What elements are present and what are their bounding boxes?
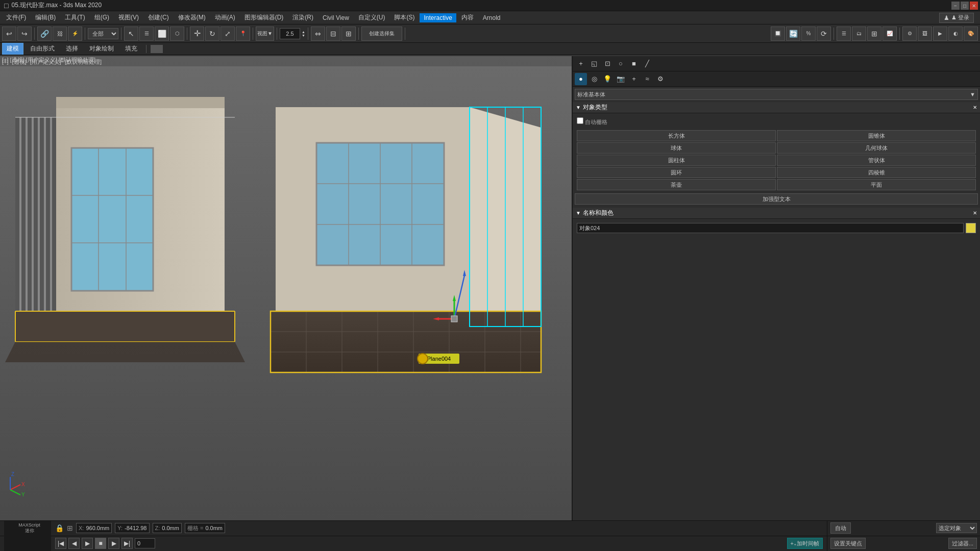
scene-explorer-button[interactable]: 🗂 — [852, 27, 866, 41]
frame-number-field[interactable]: 0 — [135, 538, 155, 548]
named-sel-button[interactable]: ☰ — [837, 27, 851, 41]
stop-button[interactable]: ■ — [95, 538, 106, 549]
name-section-close-icon[interactable]: ✕ — [973, 210, 977, 216]
percent-snap-button[interactable]: % — [801, 27, 816, 41]
y-coord-field[interactable]: Y: -8412.98 — [115, 523, 149, 533]
selection-filter-dropdown[interactable]: 全部 — [88, 28, 118, 39]
set-keyframe-button[interactable]: 设置关键点 — [830, 538, 866, 549]
close-button[interactable]: ✕ — [970, 2, 978, 10]
auto-key-button[interactable]: 自动 — [830, 522, 851, 534]
menu-arnold[interactable]: Arnold — [479, 13, 505, 22]
menu-script[interactable]: 脚本(S) — [390, 12, 419, 23]
menu-file[interactable]: 文件(F) — [2, 12, 30, 23]
panel-icon-lamp[interactable]: 💡 — [601, 73, 614, 85]
mode-modeling[interactable]: 建模 — [2, 43, 23, 55]
menu-create[interactable]: 创建(C) — [144, 12, 173, 23]
menu-interactive[interactable]: Interactive — [420, 13, 456, 22]
object-type-header[interactable]: ▼ 对象类型 ✕ — [573, 102, 980, 113]
active-shade-button[interactable]: ◐ — [948, 27, 963, 41]
render-last-button[interactable]: ▶ — [933, 27, 947, 41]
snap-toggle-button[interactable]: 🔲 — [771, 27, 785, 41]
ref-coord-dropdown[interactable]: 视图▼ — [256, 27, 274, 41]
panel-icon-sphere-filled[interactable]: ● — [575, 73, 587, 85]
go-start-button[interactable]: |◀ — [55, 538, 66, 549]
render-setup-button[interactable]: ⚙ — [902, 27, 917, 41]
set-key-dropdown[interactable]: 选定对象 — [936, 523, 977, 533]
x-coord-field[interactable]: X: 960.0mm — [76, 523, 112, 533]
curve-editor-button[interactable]: 📈 — [883, 27, 897, 41]
geosphere-button[interactable]: 几何球体 — [777, 142, 976, 154]
panel-icon-line[interactable]: ╱ — [641, 58, 653, 70]
prev-frame-button[interactable]: ◀ — [68, 538, 80, 549]
object-name-input[interactable] — [577, 223, 964, 233]
cylinder-button[interactable]: 圆柱体 — [577, 155, 776, 166]
menu-tools[interactable]: 工具(T) — [61, 12, 89, 23]
material-editor-button[interactable]: 🎨 — [964, 27, 978, 41]
textplus-button[interactable]: 加强型文本 — [575, 193, 978, 205]
mode-freeform[interactable]: 自由形式 — [26, 43, 59, 55]
rotate-button[interactable]: ↻ — [205, 27, 219, 41]
mirror-button[interactable]: ⇔ — [311, 27, 325, 41]
main-viewport[interactable]: Plane004 X Y Z [+] [透视] [用户定义义] [默认明暗处理] — [0, 56, 572, 520]
name-color-header[interactable]: ▼ 名称和颜色 ✕ — [573, 208, 980, 219]
torus-button[interactable]: 圆环 — [577, 167, 776, 178]
lasso-select-button[interactable]: ⬡ — [170, 27, 184, 41]
link-button[interactable]: 🔗 — [37, 27, 52, 41]
percent-spinner[interactable]: ▲ ▼ — [302, 30, 305, 37]
play-button[interactable]: ▶ — [82, 538, 93, 549]
panel-icon-mesh[interactable]: ⊡ — [601, 58, 614, 70]
next-frame-button[interactable]: ▶ — [108, 538, 119, 549]
place-button[interactable]: 📍 — [236, 27, 250, 41]
menu-content[interactable]: 内容 — [457, 12, 478, 23]
menu-graph-editor[interactable]: 图形编辑器(D) — [240, 12, 288, 23]
layer-manager-button[interactable]: ⊞ — [867, 27, 881, 41]
panel-icon-spacewarp[interactable]: ≈ — [641, 73, 653, 85]
panel-icon-circle[interactable]: ○ — [615, 58, 627, 70]
grid-snap-icon[interactable]: ⊞ — [67, 524, 73, 532]
redo-button[interactable]: ↪ — [17, 27, 32, 41]
panel-icon-rect[interactable]: ■ — [628, 58, 640, 70]
mode-paint[interactable]: 对象绘制 — [85, 43, 118, 55]
filter-button[interactable]: 过滤器... — [948, 538, 977, 549]
undo-button[interactable]: ↩ — [2, 27, 16, 41]
pyramid-button[interactable]: 四棱锥 — [777, 167, 976, 178]
bind-spacewarp-button[interactable]: ⚡ — [68, 27, 82, 41]
rect-select-button[interactable]: ⬜ — [155, 27, 169, 41]
menu-modifier[interactable]: 修改器(M) — [174, 12, 210, 23]
select-button[interactable]: ↖ — [124, 27, 138, 41]
mode-selection[interactable]: 选择 — [61, 43, 83, 55]
angle-snap-button[interactable]: 🔄 — [786, 27, 800, 41]
lock-icon[interactable]: 🔒 — [55, 524, 64, 532]
panel-icon-sphere-wire[interactable]: ◎ — [588, 73, 600, 85]
mode-populate[interactable]: 填充 — [120, 43, 142, 55]
maxscript-area[interactable]: MAXScript 迷你 — [4, 521, 55, 536]
section-close-icon[interactable]: ✕ — [973, 105, 977, 110]
align-button[interactable]: ⊟ — [326, 27, 340, 41]
standard-primitives-dropdown[interactable]: 标准基本体 ▼ — [575, 89, 978, 100]
move-button[interactable]: ✛ — [190, 27, 204, 41]
panel-icon-helper[interactable]: + — [628, 73, 640, 85]
menu-animation[interactable]: 动画(A) — [211, 12, 239, 23]
add-time-tag-button[interactable]: + ₊加时间帧 — [787, 538, 823, 549]
spinner-snap-button[interactable]: ⟳ — [817, 27, 831, 41]
plane-button[interactable]: 平面 — [777, 179, 976, 190]
menu-render[interactable]: 渲染(R) — [288, 12, 317, 23]
align-view-button[interactable]: ⊞ — [341, 27, 356, 41]
panel-icon-shape[interactable]: ◱ — [588, 58, 600, 70]
scale-button[interactable]: ⤢ — [220, 27, 235, 41]
paint-mode-toggle[interactable] — [151, 45, 163, 53]
z-coord-field[interactable]: Z: 0.0mm — [153, 523, 182, 533]
teapot-button[interactable]: 茶壶 — [577, 179, 776, 190]
create-sel-set-button[interactable]: 创建选择集 — [361, 27, 402, 41]
minimize-button[interactable]: − — [951, 2, 960, 10]
select-by-name-button[interactable]: ☰ — [139, 27, 154, 41]
auto-grid-checkbox[interactable] — [577, 117, 583, 124]
cone-button[interactable]: 圆锥体 — [777, 130, 976, 141]
menu-edit[interactable]: 编辑(B) — [31, 12, 60, 23]
menu-customize[interactable]: 自定义(U) — [354, 12, 389, 23]
object-color-swatch[interactable] — [966, 223, 976, 233]
panel-icon-plus[interactable]: + — [575, 58, 587, 70]
menu-group[interactable]: 组(G) — [90, 12, 113, 23]
go-end-button[interactable]: ▶| — [121, 538, 133, 549]
user-login-button[interactable]: ♟ ♟ 登录 — [939, 13, 974, 23]
